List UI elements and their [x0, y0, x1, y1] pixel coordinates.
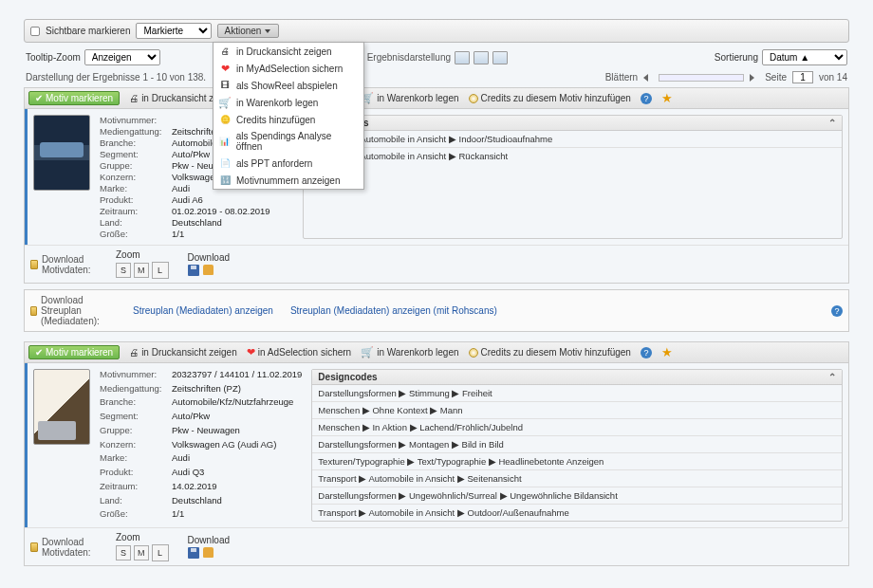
page-slider[interactable] — [659, 74, 744, 82]
download-label: Download — [188, 535, 230, 545]
page-label: Seite — [765, 72, 787, 83]
collapse-icon[interactable]: ⌃ — [828, 372, 836, 382]
card-action-bar: ✔ Motiv markieren 🖨 in Druckansicht zeig… — [25, 342, 848, 363]
designcodes-title: Designcodes — [318, 372, 377, 382]
coin-icon: 🪙 — [219, 114, 231, 125]
dropdown-item-adselection[interactable]: ❤in MyAdSelection sichern — [214, 60, 363, 77]
coin-icon — [469, 94, 478, 103]
actions-label: Aktionen — [224, 26, 261, 36]
designcodes-panel: Designcodes⌃ Darstellungsformen ▶ Stimmu… — [311, 369, 843, 522]
doc-icon: 📄 — [219, 157, 231, 169]
zoom-m-button[interactable]: M — [134, 263, 149, 278]
sort-label: Sortierung — [715, 52, 758, 63]
layout-tile-1[interactable] — [455, 51, 470, 64]
tooltip-zoom-label: Tooltip-Zoom — [26, 52, 81, 63]
folder-icon — [30, 306, 37, 316]
reel-icon: 🎞 — [219, 80, 231, 91]
chart-icon: 📊 — [219, 136, 231, 147]
layout-tile-2[interactable] — [474, 51, 489, 64]
designcode-row: Transport ▶ Automobile in Ansicht ▶ Seit… — [312, 470, 842, 487]
streuplan-show-link[interactable]: Streuplan (Mediadaten) anzeigen — [133, 305, 273, 316]
credits-link[interactable]: Credits zu diesem Motiv hinzufügen — [469, 347, 631, 358]
page-input[interactable] — [792, 71, 813, 83]
download-label: Download — [188, 252, 230, 263]
save-icon[interactable] — [188, 265, 199, 276]
top-filter-bar: Sichtbare markieren Markierte Aktionen 🖨… — [24, 19, 849, 43]
dropdown-item-spendings[interactable]: 📊als Spendings Analyse öffnen — [214, 128, 363, 155]
dropdown-item-ppt[interactable]: 📄als PPT anfordern — [214, 155, 363, 172]
collapse-icon[interactable]: ⌃ — [828, 118, 836, 128]
adselection-link[interactable]: ❤in AdSelection sichern — [247, 346, 351, 358]
mark-visible-label: Sichtbare markieren — [46, 26, 130, 36]
browse-label: Blättern — [605, 72, 638, 83]
mark-motiv-button[interactable]: ✔ Motiv markieren — [28, 345, 120, 359]
folder-icon — [30, 542, 38, 552]
result-thumbnail[interactable] — [33, 115, 90, 191]
printer-icon: 🖨 — [219, 46, 231, 57]
folder-icon — [30, 260, 38, 269]
result-card-2: ✔ Motiv markieren 🖨 in Druckansicht zeig… — [24, 341, 849, 566]
designcode-row: Texturen/Typographie ▶ Text/Typographie … — [312, 453, 842, 470]
save-icon[interactable] — [188, 547, 199, 559]
card-action-bar: ✔ Motiv markieren 🖨 in Druckansicht zeig… — [25, 88, 848, 109]
download-row: Download Motivdaten: Zoom S M L Download — [25, 245, 848, 283]
print-link[interactable]: 🖨 in Druckansicht zeigen — [129, 347, 237, 358]
coin-icon — [469, 348, 478, 358]
designcode-row: Transport ▶ Automobile in Ansicht ▶ Outd… — [312, 505, 842, 521]
layout-tile-3[interactable] — [492, 51, 508, 64]
zoom-s-button[interactable]: S — [116, 263, 131, 278]
result-card-1: ✔ Motiv markieren 🖨 in Druckansicht zeig… — [24, 87, 849, 284]
zoom-s-button[interactable]: S — [116, 545, 131, 560]
result-thumbnail[interactable] — [33, 369, 90, 445]
cart-link[interactable]: 🛒in Warenkorb legen — [361, 346, 458, 358]
zoom-label: Zoom — [116, 249, 169, 260]
prev-page-icon[interactable] — [643, 73, 653, 83]
designcode-row: Menschen ▶ In Aktion ▶ Lachend/Fröhlich/… — [312, 419, 842, 436]
streuplan-bar: Download Streuplan (Mediadaten): Streupl… — [24, 289, 849, 332]
zoom-l-button[interactable]: L — [152, 544, 169, 561]
star-icon[interactable]: ★ — [661, 91, 673, 105]
mark-visible-checkbox[interactable] — [30, 27, 40, 36]
cart-icon: 🛒 — [219, 97, 231, 108]
designcode-row: Darstellungsformen ▶ Ungewöhnlich/Surrea… — [312, 487, 842, 505]
numbers-icon: 🔢 — [219, 175, 231, 186]
dropdown-item-print[interactable]: 🖨in Druckansicht zeigen — [214, 43, 363, 60]
designcode-row: Darstellungsformen ▶ Stimmung ▶ Freiheit — [312, 385, 842, 402]
streuplan-rohscan-link[interactable]: Streuplan (Mediadaten) anzeigen (mit Roh… — [290, 305, 497, 316]
bag-icon[interactable] — [203, 547, 214, 558]
heart-icon: ❤ — [247, 346, 255, 358]
cart-link[interactable]: 🛒in Warenkorb legen — [361, 92, 458, 104]
zoom-label: Zoom — [116, 532, 169, 542]
zoom-m-button[interactable]: M — [134, 545, 149, 560]
sort-select[interactable]: Datum ▲ — [762, 49, 847, 65]
designcode-row: Menschen ▶ Ohne Kontext ▶ Mann — [312, 402, 842, 419]
controls-row: Tooltip-Zoom Anzeigen Ergebnisdarstellun… — [24, 46, 849, 69]
filter-select[interactable]: Markierte — [136, 23, 212, 39]
designcode-row: Transport ▶ Automobile in Ansicht ▶ Indo… — [304, 131, 842, 148]
mark-motiv-button[interactable]: ✔ Motiv markieren — [28, 91, 120, 105]
star-icon[interactable]: ★ — [661, 345, 673, 359]
actions-dropdown-button[interactable]: Aktionen — [217, 24, 279, 38]
help-icon[interactable]: ? — [831, 305, 843, 317]
next-page-icon[interactable] — [750, 73, 759, 83]
page-of-label: von 14 — [819, 72, 847, 83]
dropdown-item-credits[interactable]: 🪙Credits hinzufügen — [214, 111, 363, 128]
dropdown-item-motivnummern[interactable]: 🔢Motivnummern anzeigen — [214, 172, 363, 189]
chevron-down-icon — [265, 29, 270, 33]
help-icon[interactable]: ? — [641, 347, 652, 358]
results-summary-row: Darstellung der Ergebnisse 1 - 10 von 13… — [24, 69, 849, 87]
tooltip-zoom-select[interactable]: Anzeigen — [84, 49, 160, 65]
result-metadata: Motivnummer:20323797 / 144101 / 11.02.20… — [100, 369, 302, 522]
designcode-row: Transport ▶ Automobile in Ansicht ▶ Rück… — [304, 148, 842, 164]
download-row: Download Motivdaten: Zoom S M L Download — [25, 527, 848, 565]
zoom-l-button[interactable]: L — [152, 262, 169, 279]
result-layout-label: Ergebnisdarstellung — [367, 52, 451, 63]
dropdown-item-showreel[interactable]: 🎞als ShowReel abspielen — [214, 77, 363, 94]
dropdown-item-cart[interactable]: 🛒in Warenkorb legen — [214, 94, 363, 111]
designcodes-panel: Designcodes⌃ Transport ▶ Automobile in A… — [303, 115, 843, 239]
results-count-text: Darstellung der Ergebnisse 1 - 10 von 13… — [26, 72, 206, 83]
heart-icon: ❤ — [219, 63, 231, 74]
bag-icon[interactable] — [203, 265, 214, 275]
credits-link[interactable]: Credits zu diesem Motiv hinzufügen — [469, 93, 631, 103]
help-icon[interactable]: ? — [641, 93, 652, 104]
